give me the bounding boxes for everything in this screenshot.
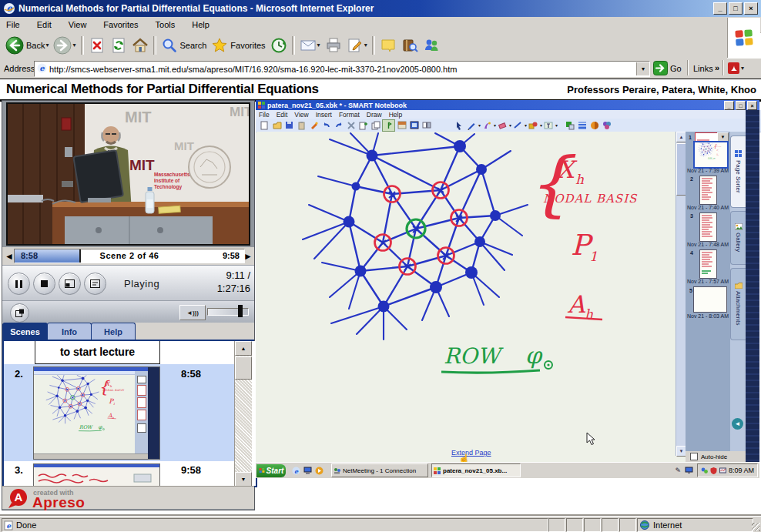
nb-text-tool[interactable] [542, 120, 554, 131]
taskbar-notebook[interactable]: patera_nov21_05.xb... [431, 463, 521, 477]
notebook-maximize-button[interactable]: □ [736, 101, 746, 110]
scene-item-start[interactable]: Click here to start lecture [35, 341, 160, 364]
tab-attachments[interactable]: Attachments [730, 268, 746, 340]
notebook-close-button[interactable]: × [747, 101, 757, 110]
nb-page-copy-button[interactable] [370, 120, 381, 131]
scene-prev-icon[interactable]: ◄ [5, 251, 14, 262]
nb-menu-view[interactable]: View [294, 111, 308, 119]
sorter-thumb-5[interactable] [693, 286, 727, 313]
address-url[interactable]: http://smcs-webserver-sma1.mit.edu/sma/a… [49, 65, 636, 74]
scene-item-2[interactable]: 2. 8:58 [4, 364, 234, 461]
scroll-thumb[interactable] [235, 356, 252, 380]
nb-menu-edit[interactable]: Edit [277, 111, 288, 119]
taskbar-netmeeting[interactable]: NetMeeting - 1 Connection [331, 463, 428, 477]
stop-button[interactable] [86, 35, 108, 56]
nb-pen-tool[interactable] [465, 120, 477, 131]
nb-insert-page-button[interactable] [357, 120, 369, 131]
scene3-thumbnail[interactable] [33, 463, 160, 487]
scene-track[interactable]: 8:58 Scene 2 of 46 9:58 [14, 249, 245, 263]
back-dropdown-icon[interactable]: ▾ [45, 42, 49, 49]
nb-delete-button[interactable] [345, 120, 357, 131]
resize-grip[interactable] [752, 523, 760, 531]
edit-dropdown-icon[interactable]: ▾ [364, 42, 367, 49]
volume-mute-button[interactable]: ◄))) [179, 305, 206, 320]
sorter-thumb-1[interactable] [693, 141, 729, 169]
tab-gallery[interactable]: Gallery [730, 211, 746, 265]
tab-scenes[interactable]: Scenes [2, 323, 48, 340]
menu-view[interactable]: View [69, 20, 87, 29]
nb-menu-file[interactable]: File [259, 111, 270, 119]
close-button[interactable]: × [744, 2, 758, 15]
favorites-button[interactable]: Favorites [209, 35, 267, 56]
acrobat-dropdown-icon[interactable]: ▾ [741, 65, 744, 72]
nb-menu-format[interactable]: Format [339, 111, 360, 119]
quicklaunch-desktop-icon[interactable] [302, 465, 313, 477]
layout-button[interactable] [59, 273, 81, 295]
nb-green-flag-button[interactable] [382, 119, 395, 132]
nb-line-width-button[interactable] [576, 120, 588, 131]
nb-save-button[interactable] [283, 120, 295, 131]
tray-monitor-icon[interactable] [719, 467, 726, 474]
nb-menu-insert[interactable]: Insert [316, 111, 332, 119]
menu-help[interactable]: Help [192, 20, 210, 29]
nb-paste-button[interactable] [296, 120, 307, 131]
links-chevron-icon[interactable]: » [715, 63, 719, 72]
nb-fullscreen-button[interactable] [408, 120, 420, 131]
scene-list-scrollbar[interactable]: ▲ ▼ [234, 341, 252, 486]
mail-dropdown-icon[interactable]: ▾ [317, 42, 320, 49]
nb-open-button[interactable] [271, 120, 283, 131]
acrobat-button[interactable]: ▾ [727, 62, 744, 75]
nb-shape-tool[interactable] [527, 120, 538, 131]
menu-tools[interactable]: Tools [156, 20, 176, 29]
quicklaunch-ie-icon[interactable]: e [290, 465, 302, 477]
tab-page-sorter[interactable]: Page Sorter [730, 136, 746, 208]
refresh-button[interactable] [108, 35, 129, 56]
notebook-minimize-button[interactable]: _ [724, 101, 734, 110]
scene-item-3[interactable]: 3. 9:58 [4, 461, 234, 486]
back-button[interactable]: Back ▾ [3, 35, 51, 56]
home-button[interactable] [129, 35, 151, 56]
forward-dropdown-icon[interactable]: ▾ [72, 42, 75, 49]
tray-shield-icon[interactable] [710, 467, 717, 474]
extend-page-link[interactable]: Extend Page [451, 449, 491, 457]
menu-favorites[interactable]: Favorites [103, 20, 138, 29]
scroll-down-icon[interactable]: ▼ [235, 472, 252, 487]
tab-help[interactable]: Help [91, 323, 136, 340]
pause-button[interactable] [8, 273, 30, 295]
messenger-button[interactable] [421, 35, 442, 56]
notebook-title-bar[interactable]: patera_nov21_05.xbk * - SMART Notebook _… [256, 100, 759, 110]
nb-creative-pen-tool[interactable] [481, 120, 492, 131]
search-button[interactable]: Search [159, 35, 210, 56]
nb-undo-button[interactable] [320, 120, 332, 131]
nb-color-button[interactable] [564, 120, 575, 131]
tray-msn-icon[interactable] [701, 467, 708, 474]
tab-info[interactable]: Info [47, 323, 92, 340]
edit-button[interactable]: ▾ [344, 35, 370, 56]
nb-menu-draw[interactable]: Draw [367, 111, 382, 119]
research-button[interactable] [399, 35, 421, 56]
collapse-panel-icon[interactable]: ◄ [732, 418, 743, 430]
nb-redo-button[interactable] [333, 120, 344, 131]
links-label[interactable]: Links [693, 64, 713, 73]
scene-next-icon[interactable]: ► [243, 251, 253, 262]
sorter-thumb-4[interactable] [699, 249, 717, 279]
apreso-brand[interactable]: Apreso [32, 494, 85, 511]
nb-text-dropdown-icon[interactable]: ▾ [555, 122, 558, 128]
nb-screen-shade-button[interactable] [396, 120, 407, 131]
history-button[interactable] [268, 35, 290, 56]
menu-file[interactable]: File [6, 20, 20, 29]
sorter-thumb-3[interactable] [699, 212, 717, 242]
scroll-up-icon[interactable]: ▲ [235, 341, 252, 356]
autohide-checkbox[interactable] [690, 453, 698, 460]
maximize-button[interactable]: □ [729, 2, 743, 15]
nb-select-tool[interactable] [453, 120, 464, 131]
whiteboard-canvas[interactable]: Extend Page ☝ [256, 132, 676, 456]
nb-dual-page-button[interactable] [421, 120, 432, 131]
start-button[interactable]: Start [256, 464, 286, 477]
title-bar[interactable]: e Numerical Methods for Partial Differen… [0, 0, 761, 17]
volume-handle[interactable] [238, 305, 243, 317]
nb-transparency-button[interactable] [588, 120, 600, 131]
scene2-thumbnail[interactable] [33, 366, 160, 460]
menu-edit[interactable]: Edit [37, 20, 52, 29]
discuss-button[interactable] [377, 35, 399, 56]
